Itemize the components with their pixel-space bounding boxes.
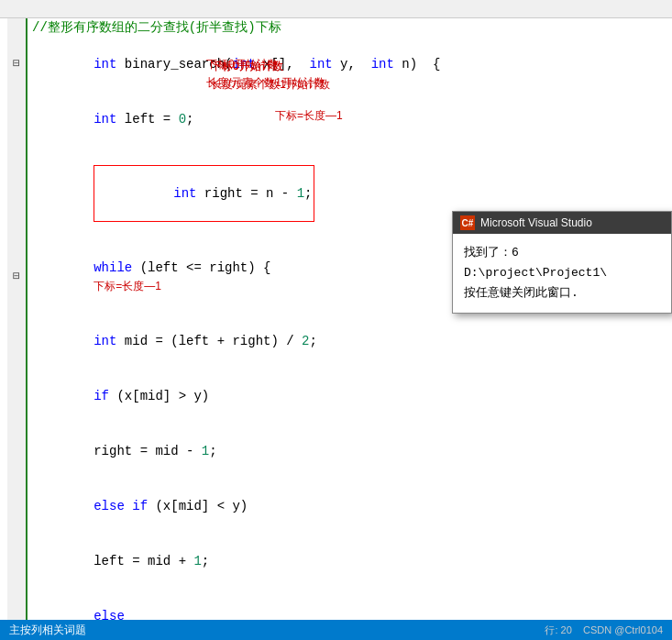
editor-container: //整形有序数组的二分查找(折半查找)下标 ⊟ int binary_searc… (0, 0, 672, 640)
line-left-mid: left = mid + 1; (7, 534, 672, 589)
gutter-fn: ⊟ (7, 37, 28, 92)
code-int-left: int left = 0; (28, 92, 672, 147)
line-int-left: int left = 0; 下标0开始计数 (7, 92, 672, 147)
vs-icon: C# (460, 215, 475, 230)
console-popup: C# Microsoft Visual Studio 找到了：6 D:\proj… (452, 211, 672, 314)
popup-line2: D:\project\Project1\ (464, 263, 660, 283)
popup-title-bar: C# Microsoft Visual Studio (453, 212, 671, 234)
param-n: n) { (402, 57, 440, 72)
function-signature-line: ⊟ int binary_search(int x[], int y, int … (7, 37, 672, 92)
param-y: y, (340, 57, 371, 72)
popup-line3: 按任意键关闭此窗口. (464, 283, 660, 303)
code-right-mid: right = mid - 1; (28, 424, 672, 479)
status-left: 主按列相关词题 (9, 623, 86, 638)
collapse-icon[interactable]: ⊟ (13, 55, 20, 73)
popup-content: 找到了：6 D:\project\Project1\ 按任意键关闭此窗口. (453, 234, 671, 313)
code-if1: if (x[mid] > y) (28, 369, 672, 424)
popup-line1: 找到了：6 (464, 243, 660, 263)
param-type-3: int (371, 57, 402, 72)
code-area: //整形有序数组的二分查找(折半查找)下标 ⊟ int binary_searc… (0, 18, 672, 620)
status-author: CSDN @Ctrl0104 (583, 624, 663, 635)
param-type-2: int (309, 57, 340, 72)
fn-signature: int binary_search(int x[], int y, int n)… (28, 37, 672, 92)
gutter-2 (7, 147, 28, 240)
gutter-right-mid (7, 424, 28, 479)
collapse-while-icon[interactable]: ⊟ (13, 268, 20, 286)
code-left-mid: left = mid + 1; (28, 534, 672, 589)
status-position: 行: 20 (545, 624, 571, 635)
gutter-elif (7, 479, 28, 534)
line-right-mid: right = mid - 1; (7, 424, 672, 479)
gutter-mid (7, 314, 28, 369)
kw-int: int (94, 57, 125, 72)
gutter-else (7, 589, 28, 620)
code-else: else (28, 589, 672, 620)
line-else: else (7, 589, 672, 620)
comment-line: //整形有序数组的二分查找(折半查找)下标 (7, 18, 672, 37)
popup-title: Microsoft Visual Studio (480, 216, 592, 229)
top-bar (0, 0, 672, 18)
comment-text: //整形有序数组的二分查找(折半查找)下标 (28, 18, 672, 37)
line-mid: int mid = (left + right) / 2; (7, 314, 672, 369)
highlight-right: int right = n - 1; (94, 165, 314, 222)
ann-inline-3: 下标=长度—1 (94, 280, 161, 292)
status-right: 行: 20 CSDN @Ctrl0104 (545, 623, 663, 637)
gutter-1 (7, 92, 28, 147)
fn-name: binary_search (125, 57, 225, 72)
status-bar: 主按列相关词题 行: 20 CSDN @Ctrl0104 (0, 620, 672, 640)
annotation-1: 下标0开始计数 (211, 57, 283, 75)
gutter-comment (7, 18, 28, 37)
line-if1: if (x[mid] > y) (7, 369, 672, 424)
gutter-if1 (7, 369, 28, 424)
code-mid: int mid = (left + right) / 2; (28, 314, 672, 369)
gutter-left-mid (7, 534, 28, 589)
line-elif: else if (x[mid] < y) (7, 479, 672, 534)
gutter-while: ⊟ (7, 240, 28, 314)
code-elif: else if (x[mid] < y) (28, 479, 672, 534)
